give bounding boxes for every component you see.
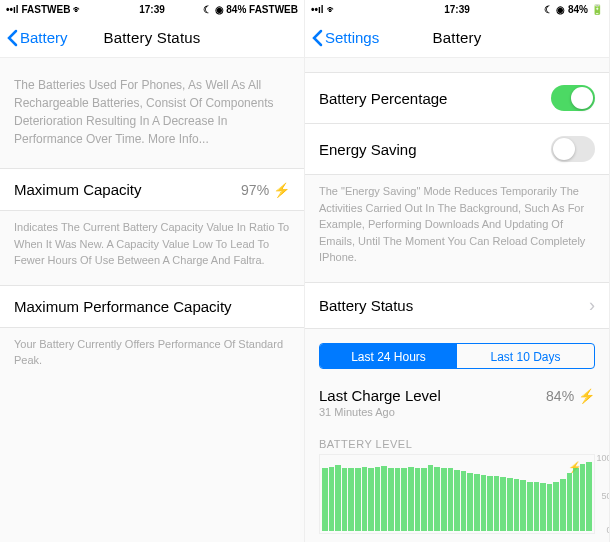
chart-bar <box>368 468 374 531</box>
chart-bar <box>547 484 553 531</box>
status-bar-left: ••ıl FASTWEB ᯤ 17:39 ☾ ◉ 84% FASTWEB <box>0 0 304 18</box>
chart-bar <box>540 483 546 530</box>
chart-bar <box>415 468 421 530</box>
page-title: Battery Status <box>103 29 200 46</box>
chart-bar <box>586 462 592 530</box>
last-charge-row: Last Charge Level 84% ⚡ <box>305 383 609 404</box>
tick-50: 50 % <box>601 491 610 501</box>
battery-percentage-row[interactable]: Battery Percentage <box>305 72 609 124</box>
chevron-left-icon <box>311 29 323 47</box>
chart-bar <box>448 468 454 530</box>
tick-0: 0 % <box>606 525 610 535</box>
battery-status-row[interactable]: Battery Status › <box>305 282 609 329</box>
chart-bar <box>322 468 328 531</box>
page-title: Battery <box>433 29 482 46</box>
dnd-moon-icon: ☾ <box>203 4 212 15</box>
chart-bar <box>342 468 348 531</box>
battery-level-chart: 100 % 50 % 0 % ⚡ <box>319 454 595 534</box>
chart-bar <box>441 468 447 531</box>
tick-100: 100 % <box>596 453 610 463</box>
time-range-segmented[interactable]: Last 24 Hours Last 10 Days <box>319 343 595 369</box>
max-capacity-value: 97% ⚡ <box>241 182 290 198</box>
battery-level-title: BATTERY LEVEL <box>305 430 609 454</box>
chart-bar <box>527 482 533 531</box>
activity-title: ACTIVITY <box>305 534 609 543</box>
seg-10d[interactable]: Last 10 Days <box>457 344 594 368</box>
seg-24h[interactable]: Last 24 Hours <box>320 344 457 368</box>
battery-pct-left: ◉ 84% FASTWEB <box>215 4 298 15</box>
signal-icon: ••ıl <box>6 4 19 15</box>
chart-bar <box>520 480 526 530</box>
energy-saving-note: The "Energy Saving" Mode Reduces Tempora… <box>305 175 609 282</box>
signal-icon: ••ıl <box>311 4 324 15</box>
energy-saving-label: Energy Saving <box>319 141 417 158</box>
clock-right: 17:39 <box>408 4 505 15</box>
last-charge-value: 84% ⚡ <box>546 388 595 404</box>
energy-saving-row[interactable]: Energy Saving <box>305 124 609 175</box>
battery-percentage-toggle[interactable] <box>551 85 595 111</box>
chart-bar <box>507 478 513 531</box>
last-charge-sub: 31 Minutes Ago <box>305 404 609 430</box>
chart-bar <box>348 468 354 530</box>
wifi-icon: ᯤ <box>73 4 83 15</box>
chart-bar <box>494 476 500 530</box>
carrier-label: FASTWEB <box>22 4 71 15</box>
battery-icon: 🔋 <box>591 4 603 15</box>
chart-bar <box>580 464 586 531</box>
chart-bar <box>534 482 540 530</box>
nav-bar-right: Settings Battery <box>305 18 609 58</box>
back-label: Settings <box>325 29 379 46</box>
chart-bar <box>355 468 361 531</box>
chart-bar <box>408 467 414 531</box>
battery-status-label: Battery Status <box>319 297 413 314</box>
chart-bar <box>553 482 559 530</box>
dnd-moon-icon: ☾ <box>544 4 553 15</box>
perf-capacity-label: Maximum Performance Capacity <box>14 298 232 315</box>
back-button[interactable]: Settings <box>311 29 379 47</box>
chart-bar <box>362 467 368 531</box>
energy-saving-toggle[interactable] <box>551 136 595 162</box>
clock-left: 17:39 <box>103 4 200 15</box>
wifi-icon: ᯤ <box>327 4 337 15</box>
chevron-right-icon: › <box>589 295 595 316</box>
chart-bar <box>461 471 467 530</box>
last-charge-label: Last Charge Level <box>319 387 441 404</box>
intro-text: The Batteries Used For Phones, As Well A… <box>0 58 304 168</box>
max-capacity-note: Indicates The Current Battery Capacity V… <box>0 211 304 285</box>
chart-bar <box>388 468 394 531</box>
chart-bar <box>481 475 487 531</box>
perf-capacity-row: Maximum Performance Capacity <box>0 285 304 328</box>
battery-settings-pane: ••ıl ᯤ 17:39 ☾ ◉ 84% 🔋 Settings Battery … <box>305 0 610 542</box>
max-capacity-row[interactable]: Maximum Capacity 97% ⚡ <box>0 168 304 211</box>
chart-bar <box>401 468 407 531</box>
back-button[interactable]: Battery <box>6 29 68 47</box>
chart-bar <box>500 477 506 530</box>
nav-bar-left: Battery Battery Status <box>0 18 304 58</box>
chart-bar <box>421 468 427 531</box>
battery-status-pane: ••ıl FASTWEB ᯤ 17:39 ☾ ◉ 84% FASTWEB Bat… <box>0 0 305 542</box>
chart-bar <box>428 465 434 530</box>
status-bar-right: ••ıl ᯤ 17:39 ☾ ◉ 84% 🔋 <box>305 0 609 18</box>
battery-percentage-label: Battery Percentage <box>319 90 447 107</box>
chart-bar <box>560 479 566 531</box>
chart-bar <box>567 473 573 531</box>
chart-bar <box>375 467 381 531</box>
chart-bar <box>514 479 520 531</box>
chart-bar <box>329 467 335 531</box>
chevron-left-icon <box>6 29 18 47</box>
chart-bar <box>467 473 473 531</box>
back-label: Battery <box>20 29 68 46</box>
battery-pct-right: ◉ 84% <box>556 4 588 15</box>
chart-bar <box>395 468 401 530</box>
chart-bar <box>474 474 480 530</box>
chart-bar <box>573 468 579 531</box>
chart-bar <box>434 467 440 531</box>
chart-bar <box>487 476 493 531</box>
chart-bar <box>454 470 460 531</box>
max-capacity-label: Maximum Capacity <box>14 181 142 198</box>
chart-bar <box>381 466 387 530</box>
perf-capacity-note: Your Battery Currently Offers Performanc… <box>0 328 304 385</box>
chart-bar <box>335 465 341 530</box>
